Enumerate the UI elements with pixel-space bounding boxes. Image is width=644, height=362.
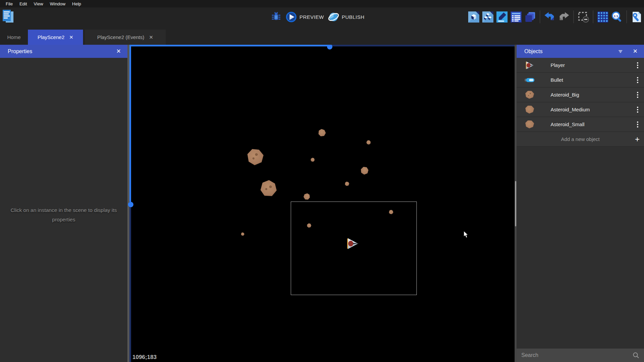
tab-close-icon[interactable]: ✕ [149,34,153,40]
objects-panel: Objects ✕ Player B [517,45,644,362]
menu-file[interactable]: File [2,1,16,6]
asteroid-big-instance[interactable] [247,149,264,165]
object-row-asteroid-small[interactable]: Asteroid_Small [517,117,644,132]
toolbar-divider [627,10,627,23]
toolbar-divider [573,10,574,23]
object-name: Asteroid_Big [551,92,579,98]
properties-pencil-icon[interactable] [496,11,508,23]
tab-label: Home [7,34,21,40]
tab-playscene2-events[interactable]: PlayScene2 (Events) ✕ [85,30,166,45]
search-input[interactable] [521,352,633,358]
cursor-position-label: 1096;183 [132,354,157,361]
properties-title: Properties [8,48,32,55]
object-row-bullet[interactable]: Bullet [517,73,644,87]
asteroid-small-instance[interactable] [241,232,245,237]
debug-icon[interactable] [271,11,282,23]
mouse-cursor-icon [464,231,469,238]
object-row-asteroid-medium[interactable]: Asteroid_Medium [517,102,644,117]
object-name: Bullet [551,77,563,83]
player-ship-icon [525,61,535,70]
add-object-button[interactable]: Add a new object + [517,132,644,147]
object-name: Asteroid_Small [551,121,585,127]
scene-canvas[interactable]: 1096;183 [131,46,515,362]
zoom-1-1-icon[interactable]: 1:1 [611,11,622,23]
properties-panel-header: Properties ✕ [0,45,127,58]
asteroid-medium-instance[interactable] [303,193,310,200]
kebab-menu-icon[interactable] [636,76,640,84]
kebab-menu-icon[interactable] [636,105,640,114]
scrollbar-thumb[interactable] [515,181,516,226]
tab-bar: Home PlayScene2 ✕ PlayScene2 (Events) ✕ [0,26,644,45]
objects-search-bar [517,349,644,362]
publish-label: PUBLISH [342,14,365,20]
tab-close-icon[interactable]: ✕ [69,34,74,40]
grid-icon[interactable] [597,11,608,23]
objects-editor-icon[interactable] [468,11,479,23]
toolbar: PREVIEW PUBLISH [0,7,644,26]
objects-panel-header: Objects ✕ [517,45,644,58]
objects-title: Objects [524,48,542,55]
asteroid-small-instance[interactable] [310,157,315,162]
properties-empty-message: Click on an instance in the scene to dis… [9,206,118,224]
asteroid-icon [525,120,535,129]
redo-icon[interactable] [558,11,569,23]
filter-icon[interactable] [617,49,624,54]
kebab-menu-icon[interactable] [636,61,640,70]
object-row-player[interactable]: Player [517,58,644,73]
splitter-handle-dot[interactable] [128,202,133,207]
menu-edit[interactable]: Edit [16,1,30,6]
kebab-menu-icon[interactable] [636,90,640,99]
scene-left-border[interactable] [129,207,131,362]
menu-bar: File Edit View Window Help [0,0,644,7]
undo-icon[interactable] [544,11,555,23]
splitter-handle-dot[interactable] [327,44,332,49]
asteroid-small-instance[interactable] [365,139,371,145]
deselect-icon[interactable] [578,11,589,23]
asteroid-small-instance[interactable] [344,181,349,186]
toolbar-divider [593,10,593,23]
properties-panel: Properties ✕ Click on an instance in the… [0,45,127,362]
preview-button[interactable]: PREVIEW [286,11,324,23]
tab-playscene2[interactable]: PlayScene2 ✕ [28,30,83,45]
object-name: Player [551,62,565,68]
close-icon[interactable]: ✕ [115,47,123,56]
instances-list-icon[interactable] [511,11,522,23]
scene-top-border[interactable] [330,45,515,46]
asteroid-medium-instance[interactable] [359,165,370,176]
menu-window[interactable]: Window [46,1,69,6]
menu-help[interactable]: Help [69,1,85,6]
tab-label: PlayScene2 [38,34,65,40]
publish-button[interactable]: PUBLISH [328,11,365,23]
scene-properties-icon[interactable] [631,11,642,23]
add-object-label: Add a new object [561,136,600,142]
preview-label: PREVIEW [299,14,324,20]
svg-text:1:1: 1:1 [614,14,618,17]
kebab-menu-icon[interactable] [636,120,640,129]
preview-play-icon [286,11,297,23]
bullet-icon [525,76,535,84]
asteroid-icon [525,105,535,114]
project-manager-icon[interactable] [3,10,14,24]
close-icon[interactable]: ✕ [631,47,639,56]
toolbar-divider [540,10,540,23]
object-row-asteroid-big[interactable]: Asteroid_Big [517,87,644,102]
asteroid-big-instance[interactable] [258,178,279,200]
plus-icon[interactable]: + [635,136,640,143]
menu-view[interactable]: View [30,1,46,6]
layers-icon[interactable] [525,11,536,23]
search-icon[interactable] [633,352,639,359]
publish-globe-icon [328,11,339,23]
object-name: Asteroid_Medium [551,107,590,112]
scene-left-border[interactable] [129,46,131,202]
player-instance[interactable] [347,237,359,250]
asteroid-icon [525,90,535,99]
asteroid-medium-instance[interactable] [318,129,327,138]
tab-label: PlayScene2 (Events) [97,34,144,40]
object-groups-icon[interactable] [482,11,493,23]
tab-home[interactable]: Home [0,30,28,45]
scene-top-border[interactable] [129,45,330,46]
